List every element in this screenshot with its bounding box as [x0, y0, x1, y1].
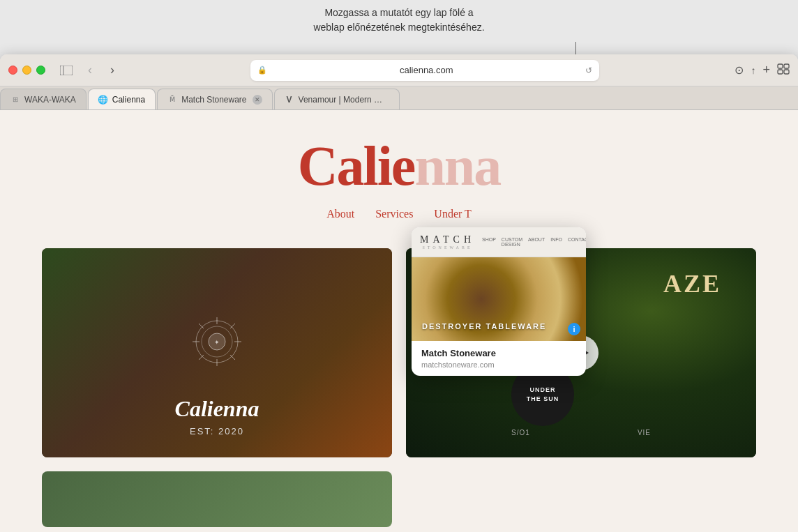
tab-preview-popup: MATCH STONEWARE SHOP CUSTOM DESIGN ABOUT…: [412, 227, 586, 376]
preview-nav-about: ABOUT: [528, 237, 545, 247]
tab-favicon-calienna: 🌐: [98, 95, 108, 105]
match-logo: MATCH STONEWARE: [417, 231, 478, 252]
tooltip: Mozgassa a mutatót egy lap fölé a weblap…: [313, 6, 484, 35]
tab-venamour[interactable]: V Venamour | Modern Wedding Invitations: [274, 89, 400, 109]
preview-nav-shop: SHOP: [482, 237, 496, 247]
nav-under[interactable]: Under T: [434, 208, 471, 220]
preview-info: Match Stoneware matchstoneware.com: [412, 341, 586, 376]
tab-label-calienna: Calienna: [112, 95, 145, 105]
partial-bottom-grid: [0, 471, 798, 527]
nav-services[interactable]: Services: [375, 208, 413, 220]
preview-title: Match Stoneware: [421, 348, 576, 358]
refresh-icon[interactable]: ↺: [585, 66, 592, 75]
tab-favicon-match: M̃: [167, 95, 177, 105]
close-window-button[interactable]: [8, 66, 17, 75]
tab-calienna[interactable]: 🌐 Calienna: [88, 89, 156, 109]
sidebar-toggle-button[interactable]: [57, 63, 76, 78]
tabs-bar: ⊞ WAKA-WAKA 🌐 Calienna M̃ Match Stonewar…: [0, 86, 798, 110]
new-tab-icon[interactable]: +: [762, 63, 770, 77]
tab-match-stoneware[interactable]: M̃ Match Stoneware ✕: [157, 89, 272, 109]
url-text: calienna.com: [271, 65, 581, 75]
site-logo: Calienna: [298, 138, 501, 194]
calienna-website: Calienna About Services Under T: [0, 110, 798, 532]
back-button[interactable]: ‹: [82, 63, 98, 78]
toolbar-right: ⊙ ↑ +: [735, 63, 790, 77]
grid-est-text: EST: 2020: [190, 426, 244, 436]
preview-url: matchstoneware.com: [421, 360, 576, 369]
svg-rect-4: [778, 70, 783, 74]
tooltip-line1: Mozgassa a mutatót egy lap fölé a: [324, 7, 473, 18]
tab-favicon-venamour: V: [285, 95, 294, 105]
address-bar[interactable]: 🔒 calienna.com ↺: [250, 60, 599, 81]
tooltip-pointer: [575, 42, 576, 56]
aze-title: AZE: [663, 269, 721, 298]
grid-item-calienna: ✦ Calienna EST: 2020: [42, 248, 392, 457]
under-label2: THE SUN: [527, 395, 559, 404]
preview-image: DESTROYER TABLEWARE i: [412, 257, 586, 341]
tab-label-match: Match Stoneware: [181, 95, 246, 105]
preview-nav-info: INFO: [550, 237, 562, 247]
tab-label-venamour: Venamour | Modern Wedding Invitations: [299, 95, 389, 105]
share-icon[interactable]: ↑: [751, 65, 755, 76]
sun-emblem: ✦: [189, 314, 245, 370]
fullscreen-button[interactable]: [36, 66, 45, 75]
svg-rect-2: [778, 64, 783, 68]
under-label1: UNDER: [529, 386, 555, 395]
browser-window: ‹ › 🔒 calienna.com ↺ ⊙ ↑ +: [0, 54, 798, 532]
site-header: Calienna About Services Under T: [0, 110, 798, 234]
svg-rect-0: [60, 66, 73, 75]
forward-icon: ›: [110, 63, 114, 77]
preview-info-badge: i: [568, 323, 580, 335]
s01-label: S/O1: [511, 429, 530, 436]
tooltip-line2: weblap előnézetének megtekintéséhez.: [313, 22, 484, 33]
grid-logo-text: Calienna: [175, 396, 259, 422]
forward-button[interactable]: ›: [104, 63, 121, 78]
minimize-button[interactable]: [22, 66, 31, 75]
nav-about[interactable]: About: [326, 208, 354, 220]
title-bar: ‹ › 🔒 calienna.com ↺ ⊙ ↑ +: [0, 54, 798, 86]
traffic-lights: [8, 66, 45, 75]
svg-rect-5: [784, 70, 789, 74]
lock-icon: 🔒: [257, 66, 267, 75]
site-nav: About Services Under T: [326, 208, 472, 220]
preview-image-text: DESTROYER TABLEWARE: [422, 322, 546, 330]
svg-text:✦: ✦: [214, 339, 220, 346]
page-content: Calienna About Services Under T: [0, 110, 798, 532]
preview-nav: SHOP CUSTOM DESIGN ABOUT INFO CONTACT SH…: [482, 237, 586, 247]
tab-close-match[interactable]: ✕: [253, 95, 262, 105]
uts-labels: S/O1 VIE: [511, 429, 651, 436]
svg-rect-3: [784, 64, 789, 68]
partial-item-1: [42, 471, 392, 527]
back-icon: ‹: [88, 63, 92, 77]
tab-waka-waka[interactable]: ⊞ WAKA-WAKA: [0, 89, 86, 109]
tab-favicon-waka: ⊞: [10, 95, 20, 105]
vie-label: VIE: [638, 429, 651, 436]
tabs-overview-icon[interactable]: [777, 63, 790, 77]
preview-site-header: MATCH STONEWARE SHOP CUSTOM DESIGN ABOUT…: [412, 227, 586, 257]
tab-label-waka: WAKA-WAKA: [24, 95, 76, 105]
site-grid: ✦ Calienna EST: 2020 AZE: [0, 234, 798, 471]
download-icon[interactable]: ⊙: [735, 63, 744, 77]
preview-nav-contact: CONTACT: [568, 237, 586, 247]
preview-nav-custom: CUSTOM DESIGN: [502, 237, 522, 247]
